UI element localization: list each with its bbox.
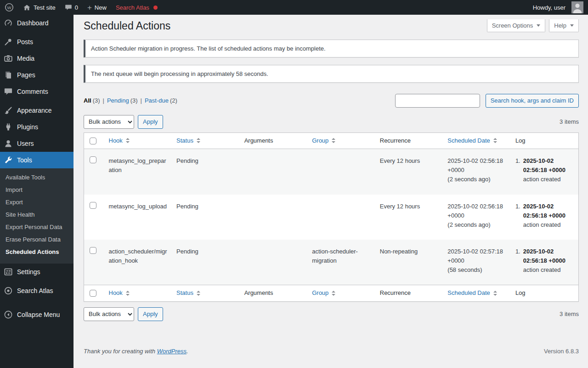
column-header-group[interactable]: Group — [307, 132, 375, 149]
filter-pending[interactable]: Pending(3) — [107, 97, 138, 104]
account-menu[interactable]: Howdy, user — [528, 0, 588, 15]
scheduled-date-cell: 2025-10-02 02:56:18 +0000 (2 seconds ago… — [443, 195, 511, 240]
recurrence-cell: Every 12 hours — [375, 149, 443, 195]
filter-separator: | — [141, 97, 142, 104]
column-header-scheduled-date[interactable]: Scheduled Date — [443, 285, 511, 301]
column-header-hook[interactable]: Hook — [104, 285, 172, 301]
row-checkbox[interactable] — [90, 156, 96, 163]
sidebar-item-label: Media — [17, 55, 34, 62]
wordpress-logo[interactable]: W — [0, 0, 18, 15]
recurrence-cell: Non-repeating — [375, 240, 443, 285]
comments-count: 0 — [75, 4, 78, 11]
sidebar-subitem-erase-personal-data[interactable]: Erase Personal Data — [0, 233, 74, 246]
scheduled-actions-table: Hook Status Arguments Group Recurrence S… — [84, 132, 579, 302]
row-checkbox[interactable] — [90, 202, 96, 209]
column-header-scheduled-date[interactable]: Scheduled Date — [443, 132, 511, 149]
scheduled-date-relative: (2 seconds ago) — [447, 175, 506, 184]
wordpress-link[interactable]: WordPress — [157, 348, 187, 355]
search-atlas-menu[interactable]: Search Atlas — [111, 0, 162, 15]
sort-link-group[interactable]: Group — [312, 289, 335, 297]
sort-link-status[interactable]: Status — [176, 289, 200, 297]
sort-link-hook[interactable]: Hook — [109, 289, 130, 297]
search-atlas-icon — [4, 286, 13, 295]
site-name-label: Test site — [34, 4, 56, 11]
admin-bar-left: W Test site 0 + New Search Atlas — [0, 0, 162, 15]
sort-link-hook[interactable]: Hook — [109, 137, 130, 145]
column-header-group[interactable]: Group — [307, 285, 375, 301]
sidebar-subitem-available-tools[interactable]: Available Tools — [0, 171, 74, 184]
select-all-cell — [84, 285, 104, 301]
table-header-row: Hook Status Arguments Group Recurrence S… — [84, 132, 579, 149]
sidebar-item-plugins[interactable]: Plugins — [0, 119, 74, 135]
bulk-actions-select[interactable]: Bulk actions — [84, 115, 134, 129]
sort-link-scheduled-date[interactable]: Scheduled Date — [447, 289, 497, 297]
comments-menu[interactable]: 0 — [60, 0, 83, 15]
tools-wrench-icon — [4, 155, 13, 165]
sidebar-item-dashboard[interactable]: Dashboard — [0, 15, 74, 31]
wordpress-logo-icon: W — [5, 3, 14, 12]
search-input[interactable] — [395, 94, 480, 108]
sidebar-subitem-export-personal-data[interactable]: Export Personal Data — [0, 221, 74, 233]
column-header-status[interactable]: Status — [172, 132, 240, 149]
sidebar-item-collapse-menu[interactable]: Collapse Menu — [0, 306, 74, 323]
bulk-actions-select[interactable]: Bulk actions — [84, 307, 134, 321]
select-all-cell — [84, 132, 104, 149]
filter-past-due[interactable]: Past-due(2) — [145, 97, 177, 104]
sidebar-item-tools[interactable]: Tools — [0, 152, 74, 168]
log-entry-number: 1. — [515, 202, 520, 230]
screen-options-button[interactable]: Screen Options — [487, 19, 546, 32]
arguments-cell — [240, 240, 308, 285]
column-header-status[interactable]: Status — [172, 285, 240, 301]
sidebar-item-label: Appearance — [17, 107, 52, 114]
sort-link-group[interactable]: Group — [312, 137, 335, 145]
column-header-arguments: Arguments — [240, 285, 308, 301]
sidebar-item-users[interactable]: Users — [0, 135, 74, 152]
sort-link-status[interactable]: Status — [176, 137, 200, 145]
select-all-checkbox[interactable] — [90, 138, 96, 144]
status-cell: Pending — [172, 240, 240, 285]
column-header-arguments: Arguments — [240, 132, 308, 149]
collapse-arrow-icon — [4, 310, 13, 319]
help-label: Help — [554, 22, 566, 29]
sidebar-item-label: Plugins — [17, 123, 38, 131]
sidebar-item-comments[interactable]: Comments — [0, 83, 74, 100]
help-button[interactable]: Help — [549, 19, 579, 32]
new-content-menu[interactable]: + New — [83, 0, 111, 15]
select-all-checkbox[interactable] — [90, 290, 96, 297]
log-entry-text: action created — [523, 265, 574, 275]
sidebar-subitem-scheduled-actions[interactable]: Scheduled Actions — [0, 246, 74, 258]
status-cell: Pending — [172, 195, 240, 240]
table-row: metasync_log_upload Pending Every 12 hou… — [84, 195, 579, 240]
row-checkbox[interactable] — [90, 247, 96, 254]
scheduled-date-cell: 2025-10-02 02:56:18 +0000 (2 seconds ago… — [443, 149, 511, 195]
admin-bar-right: Howdy, user — [528, 0, 588, 15]
log-entry-text: action created — [523, 175, 574, 184]
sidebar-item-label: Posts — [17, 38, 33, 46]
sidebar-subitem-import[interactable]: Import — [0, 184, 74, 196]
sidebar-item-media[interactable]: Media — [0, 50, 74, 67]
apply-button[interactable]: Apply — [138, 115, 163, 129]
column-header-log: Log — [511, 132, 579, 149]
appearance-brush-icon — [4, 106, 13, 115]
sidebar-subitem-site-health[interactable]: Site Health — [0, 208, 74, 221]
site-name-menu[interactable]: Test site — [18, 0, 60, 15]
sidebar-item-label: Settings — [17, 268, 40, 276]
column-header-hook[interactable]: Hook — [104, 132, 172, 149]
sidebar-item-appearance[interactable]: Appearance — [0, 102, 74, 119]
filter-all[interactable]: All(3) — [84, 97, 100, 104]
sort-link-scheduled-date[interactable]: Scheduled Date — [447, 137, 497, 145]
sidebar-item-posts[interactable]: Posts — [0, 34, 74, 50]
apply-button[interactable]: Apply — [138, 307, 163, 321]
pages-icon — [4, 70, 13, 80]
sidebar-item-pages[interactable]: Pages — [0, 67, 74, 83]
settings-icon — [4, 267, 13, 276]
sidebar-subitem-export[interactable]: Export — [0, 196, 74, 208]
sidebar-item-label: Dashboard — [17, 19, 49, 27]
sidebar-item-search-atlas[interactable]: Search Atlas — [0, 282, 74, 299]
comments-icon — [4, 87, 13, 96]
scheduled-date: 2025-10-02 02:56:18 +0000 — [447, 156, 506, 175]
search-submit-button[interactable]: Search hook, args and claim ID — [486, 94, 579, 108]
table-row: action_scheduler/migration_hook Pending … — [84, 240, 579, 285]
scheduled-date: 2025-10-02 02:57:18 +0000 — [447, 247, 506, 265]
sidebar-item-settings[interactable]: Settings — [0, 264, 74, 280]
